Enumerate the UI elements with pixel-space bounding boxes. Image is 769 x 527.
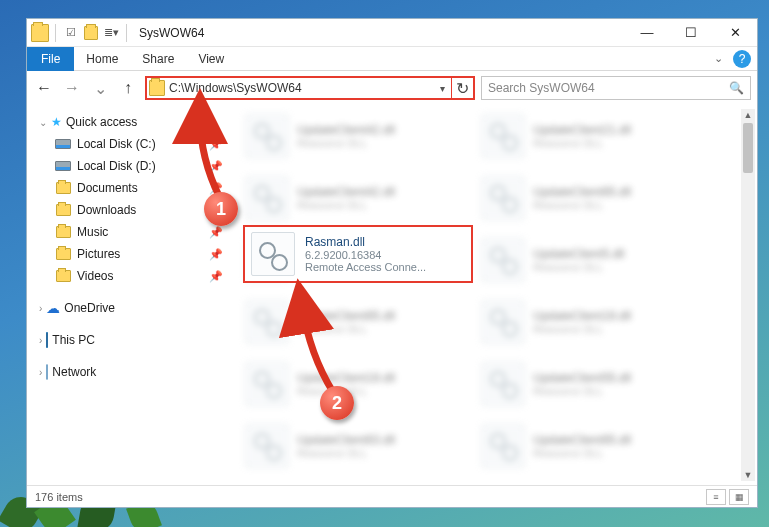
sidebar-item-label: Music (77, 225, 108, 239)
maximize-button[interactable]: ☐ (669, 19, 713, 47)
file-name: UpdateClient65.dll (533, 185, 631, 199)
file-item-highlighted[interactable]: Rasman.dll 6.2.9200.16384 Remote Access … (243, 225, 473, 283)
thispc-icon (46, 333, 48, 347)
file-name: UpdateClient63.dll (297, 433, 395, 447)
qat-newfolder-icon[interactable] (82, 24, 100, 42)
file-subtitle: Resource DLL (297, 137, 395, 149)
ribbon-tabs: File Home Share View ⌄ ? (27, 47, 757, 71)
sidebar-item[interactable]: Local Disk (C:)📌 (31, 133, 233, 155)
sidebar-item[interactable]: Videos📌 (31, 265, 233, 287)
disk-icon (55, 158, 71, 174)
address-bar[interactable]: ▾ ↻ (145, 76, 475, 100)
annotation-callout-2: 2 (320, 386, 354, 420)
view-tiles-button[interactable]: ▦ (729, 489, 749, 505)
dll-icon (481, 114, 525, 158)
dll-icon (481, 238, 525, 282)
refresh-button[interactable]: ↻ (451, 78, 473, 98)
qat-customize-icon[interactable]: ≣▾ (102, 24, 120, 42)
ribbon-expand-icon[interactable]: ⌄ (707, 52, 729, 65)
sidebar-item[interactable]: Documents📌 (31, 177, 233, 199)
file-item[interactable]: UpdateClient21.dllResource DLL (479, 111, 697, 161)
file-name: UpdateClient65.dll (533, 433, 631, 447)
sidebar-item[interactable]: Pictures📌 (31, 243, 233, 265)
sidebar-item[interactable]: Music📌 (31, 221, 233, 243)
dll-icon (245, 114, 289, 158)
up-button[interactable]: ↑ (117, 77, 139, 99)
file-subtitle: Resource DLL (533, 385, 631, 397)
sidebar-item[interactable]: Local Disk (D:)📌 (31, 155, 233, 177)
sidebar-onedrive[interactable]: › ☁ OneDrive (31, 297, 233, 319)
scrollbar[interactable]: ▲ ▼ (741, 109, 755, 481)
sidebar-label: Quick access (66, 115, 137, 129)
dll-icon (245, 176, 289, 220)
close-button[interactable]: ✕ (713, 19, 757, 47)
scrollbar-thumb[interactable] (743, 123, 753, 173)
tab-home[interactable]: Home (74, 47, 130, 71)
dll-icon (481, 362, 525, 406)
file-item[interactable]: UpdateClient42.dllResource DLL (243, 111, 461, 161)
file-item[interactable]: UpdateClient19.dllResource DLL (479, 297, 697, 347)
file-name: Rasman.dll (305, 235, 426, 249)
file-item[interactable]: UpdateClient5.dllResource DLL (479, 235, 697, 285)
help-icon[interactable]: ? (733, 50, 751, 68)
file-version: 6.2.9200.16384 (305, 249, 426, 261)
folder-icon (55, 246, 71, 262)
tab-view[interactable]: View (186, 47, 236, 71)
file-name: UpdateClient55.dll (533, 371, 631, 385)
scroll-up-icon[interactable]: ▲ (741, 109, 755, 121)
file-item[interactable]: UpdateClient65.dllResource DLL (479, 173, 697, 223)
sidebar-network[interactable]: › Network (31, 361, 233, 383)
sidebar-item[interactable]: Downloads📌 (31, 199, 233, 221)
sidebar-thispc[interactable]: › This PC (31, 329, 233, 351)
sidebar-quick-access[interactable]: ⌄ ★ Quick access (31, 111, 233, 133)
file-item[interactable]: UpdateClient42.dllResource DLL (243, 173, 461, 223)
dll-icon (481, 424, 525, 468)
file-name: UpdateClient42.dll (297, 185, 395, 199)
forward-button[interactable]: → (61, 77, 83, 99)
pin-icon: 📌 (209, 270, 223, 283)
recent-button[interactable]: ⌄ (89, 77, 111, 99)
dll-icon (245, 362, 289, 406)
sidebar-item-label: Videos (77, 269, 113, 283)
pin-icon: 📌 (209, 226, 223, 239)
sidebar-item-label: Documents (77, 181, 138, 195)
file-description: Remote Access Conne... (305, 261, 426, 273)
sidebar-label: Network (52, 365, 96, 379)
file-tab[interactable]: File (27, 47, 74, 71)
navigation-pane: ⌄ ★ Quick access Local Disk (C:)📌Local D… (27, 105, 237, 485)
folder-icon (55, 180, 71, 196)
tab-share[interactable]: Share (130, 47, 186, 71)
file-item[interactable]: UpdateClient55.dllResource DLL (479, 359, 697, 409)
disk-icon (55, 136, 71, 152)
sidebar-item-label: Local Disk (C:) (77, 137, 156, 151)
nav-row: ← → ⌄ ↑ ▾ ↻ Search SysWOW64 🔍 (27, 71, 757, 105)
file-subtitle: Resource DLL (297, 199, 395, 211)
search-placeholder: Search SysWOW64 (488, 81, 595, 95)
scroll-down-icon[interactable]: ▼ (741, 469, 755, 481)
sidebar-item-label: Downloads (77, 203, 136, 217)
view-details-button[interactable]: ≡ (706, 489, 726, 505)
file-list[interactable]: UpdateClient42.dllResource DLLUpdateClie… (237, 105, 757, 485)
titlebar[interactable]: ☑ ≣▾ SysWOW64 — ☐ ✕ (27, 19, 757, 47)
minimize-button[interactable]: — (625, 19, 669, 47)
file-item[interactable]: UpdateClient65.dllResource DLL (479, 421, 697, 471)
folder-icon (55, 268, 71, 284)
file-subtitle: Resource DLL (297, 323, 395, 335)
star-icon: ★ (51, 115, 62, 129)
sidebar-item-label: Pictures (77, 247, 120, 261)
back-button[interactable]: ← (33, 77, 55, 99)
address-dropdown-icon[interactable]: ▾ (433, 83, 451, 94)
file-name: UpdateClient65.dll (297, 309, 395, 323)
address-input[interactable] (169, 81, 433, 95)
search-box[interactable]: Search SysWOW64 🔍 (481, 76, 751, 100)
sidebar-label: This PC (52, 333, 95, 347)
annotation-callout-1: 1 (204, 192, 238, 226)
file-subtitle: Resource DLL (533, 137, 631, 149)
dll-icon (481, 300, 525, 344)
file-item[interactable]: UpdateClient65.dllResource DLL (243, 297, 461, 347)
dll-icon (245, 424, 289, 468)
dll-icon (245, 300, 289, 344)
file-item[interactable]: UpdateClient63.dllResource DLL (243, 421, 461, 471)
qat-properties-icon[interactable]: ☑ (62, 24, 80, 42)
file-name: UpdateClient42.dll (297, 123, 395, 137)
